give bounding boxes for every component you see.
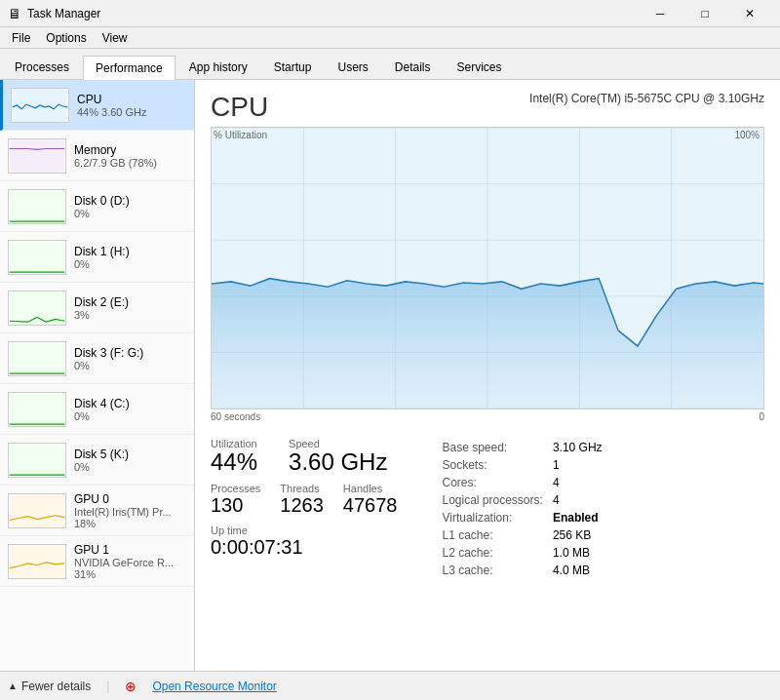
disk1-info: Disk 1 (H:) 0%	[74, 245, 186, 270]
cpu-thumbnail	[11, 88, 69, 123]
spec-l2: L2 cache: 1.0 MB	[438, 545, 605, 561]
svg-rect-9	[10, 545, 65, 578]
maximize-button[interactable]: □	[682, 0, 727, 27]
svg-rect-3	[10, 241, 65, 274]
memory-info: Memory 6.2/7.9 GB (78%)	[74, 143, 186, 169]
disk2-info: Disk 2 (E:) 3%	[74, 295, 186, 321]
disk5-sub: 0%	[74, 461, 186, 473]
specs-section: Base speed: 3.10 GHz Sockets: 1 Cores: 4…	[436, 432, 764, 580]
specs-table: Base speed: 3.10 GHz Sockets: 1 Cores: 4…	[436, 438, 607, 580]
tab-startup[interactable]: Startup	[261, 55, 325, 79]
svg-rect-6	[10, 393, 65, 426]
threads-value: 1263	[280, 494, 324, 517]
sidebar-item-gpu0[interactable]: GPU 0 Intel(R) Iris(TM) Pr...18%	[0, 486, 194, 536]
cpu-name: CPU	[77, 93, 186, 106]
menu-file[interactable]: File	[4, 29, 38, 47]
content-title: CPU	[211, 92, 268, 123]
svg-rect-8	[10, 494, 65, 527]
svg-rect-2	[10, 190, 65, 223]
sidebar-item-disk5[interactable]: Disk 5 (K:) 0%	[0, 435, 194, 486]
handles-stat: Handles 47678	[343, 483, 398, 517]
svg-rect-5	[10, 342, 65, 375]
memory-name: Memory	[74, 143, 186, 157]
svg-marker-21	[212, 279, 763, 408]
sidebar-item-disk1[interactable]: Disk 1 (H:) 0%	[0, 232, 194, 283]
gpu0-name: GPU 0	[74, 492, 186, 506]
gpu0-sub: Intel(R) Iris(TM) Pr...18%	[74, 506, 186, 529]
speed-value: 3.60 GHz	[289, 449, 387, 475]
disk2-thumbnail	[8, 291, 66, 326]
bottombar: ▲ Fewer details | ⊕ Open Resource Monito…	[0, 671, 780, 700]
spec-logical: Logical processors: 4	[438, 492, 605, 508]
tab-processes[interactable]: Processes	[2, 55, 82, 79]
cpu-chart-container: % Utilization 100%	[211, 127, 764, 409]
disk0-thumbnail	[8, 189, 66, 224]
cpu-sub: 44% 3.60 GHz	[77, 106, 186, 118]
threads-label: Threads	[280, 483, 324, 494]
sidebar-item-disk2[interactable]: Disk 2 (E:) 3%	[0, 283, 194, 333]
handles-value: 47678	[343, 494, 398, 517]
virtualization-value: Enabled	[549, 510, 606, 525]
disk4-name: Disk 4 (C:)	[74, 397, 186, 410]
speed-stat: Speed 3.60 GHz	[289, 438, 387, 475]
gpu1-thumbnail	[8, 544, 66, 579]
chevron-up-icon: ▲	[8, 681, 18, 691]
fewer-details-button[interactable]: ▲ Fewer details	[8, 680, 91, 693]
menu-options[interactable]: Options	[38, 29, 94, 47]
logical-label: Logical processors:	[438, 492, 546, 508]
l3-value: 4.0 MB	[549, 563, 606, 578]
tab-performance[interactable]: Performance	[83, 56, 176, 80]
tab-services[interactable]: Services	[445, 55, 515, 79]
disk4-info: Disk 4 (C:) 0%	[74, 397, 186, 422]
spec-l3: L3 cache: 4.0 MB	[438, 563, 605, 578]
sockets-label: Sockets:	[438, 457, 546, 473]
chart-time-left: 60 seconds	[211, 411, 260, 422]
l3-label: L3 cache:	[438, 563, 546, 578]
sidebar-item-disk0[interactable]: Disk 0 (D:) 0%	[0, 181, 194, 232]
sockets-value: 1	[549, 457, 606, 473]
sidebar-item-disk3[interactable]: Disk 3 (F: G:) 0%	[0, 333, 194, 384]
l1-value: 256 KB	[549, 527, 606, 543]
menu-view[interactable]: View	[95, 29, 136, 47]
processes-label: Processes	[211, 483, 260, 494]
chart-y-label: % Utilization	[214, 130, 267, 140]
titlebar-controls: ─ □ ✕	[638, 0, 772, 27]
disk0-info: Disk 0 (D:) 0%	[74, 194, 186, 219]
menubar: File Options View	[0, 27, 780, 49]
disk5-name: Disk 5 (K:)	[74, 447, 186, 461]
fewer-details-label: Fewer details	[21, 680, 91, 693]
disk3-sub: 0%	[74, 360, 186, 371]
l1-label: L1 cache:	[438, 527, 546, 543]
tab-app-history[interactable]: App history	[176, 55, 260, 79]
content-subtitle: Intel(R) Core(TM) i5-5675C CPU @ 3.10GHz	[529, 92, 764, 105]
app-title: Task Manager	[27, 7, 100, 20]
tabbar: Processes Performance App history Startu…	[0, 49, 780, 80]
minimize-button[interactable]: ─	[638, 0, 682, 27]
sidebar-item-cpu[interactable]: CPU 44% 3.60 GHz	[0, 80, 194, 131]
disk1-name: Disk 1 (H:)	[74, 245, 186, 258]
sidebar-item-disk4[interactable]: Disk 4 (C:) 0%	[0, 384, 194, 435]
stats-section: Utilization 44% Speed 3.60 GHz Processes…	[211, 432, 764, 580]
base-speed-label: Base speed:	[438, 440, 546, 455]
svg-rect-7	[10, 444, 65, 477]
resource-monitor-icon: ⊕	[125, 679, 136, 694]
sidebar-item-gpu1[interactable]: GPU 1 NVIDIA GeForce R...31%	[0, 536, 194, 587]
sidebar-item-memory[interactable]: Memory 6.2/7.9 GB (78%)	[0, 131, 194, 181]
virtualization-label: Virtualization:	[438, 510, 546, 525]
disk5-info: Disk 5 (K:) 0%	[74, 447, 186, 473]
app-icon: 🖥	[8, 6, 21, 21]
content-header: CPU Intel(R) Core(TM) i5-5675C CPU @ 3.1…	[211, 92, 764, 123]
logical-value: 4	[549, 492, 606, 508]
gpu0-info: GPU 0 Intel(R) Iris(TM) Pr...18%	[74, 492, 186, 529]
disk0-name: Disk 0 (D:)	[74, 194, 186, 208]
spec-cores: Cores: 4	[438, 475, 605, 490]
processes-stat: Processes 130	[211, 483, 260, 517]
content-panel: CPU Intel(R) Core(TM) i5-5675C CPU @ 3.1…	[195, 80, 780, 671]
memory-sub: 6.2/7.9 GB (78%)	[74, 157, 186, 169]
close-button[interactable]: ✕	[727, 0, 772, 27]
cpu-info: CPU 44% 3.60 GHz	[77, 93, 186, 118]
tab-users[interactable]: Users	[325, 55, 380, 79]
tab-details[interactable]: Details	[382, 55, 444, 79]
open-resource-monitor-button[interactable]: Open Resource Monitor	[152, 680, 276, 693]
stats-row1: Utilization 44% Speed 3.60 GHz	[211, 438, 397, 475]
